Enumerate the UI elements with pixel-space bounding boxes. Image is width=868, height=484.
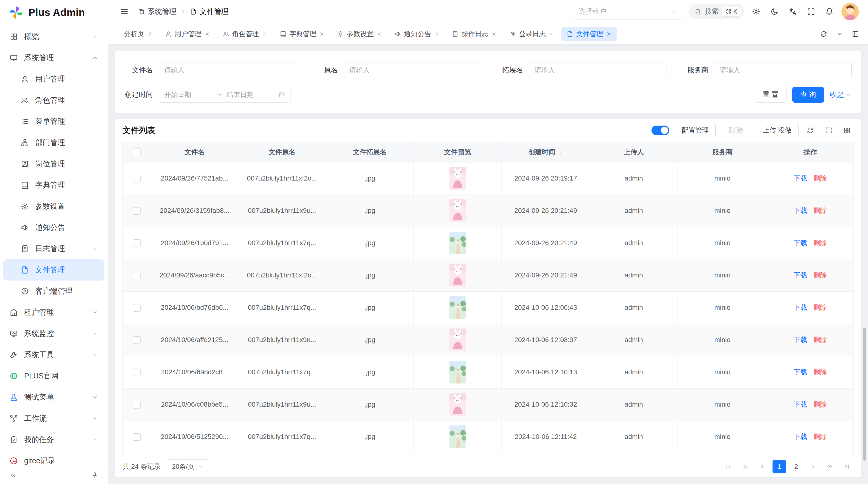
download-link[interactable]: 下载 xyxy=(794,271,807,279)
column-settings-button[interactable] xyxy=(840,124,854,137)
close-icon[interactable] xyxy=(319,31,324,37)
tab-8[interactable]: 文件管理 xyxy=(561,27,617,41)
download-link[interactable]: 下载 xyxy=(794,174,807,182)
page-number-1[interactable]: 1 xyxy=(773,460,786,474)
select-all-checkbox[interactable] xyxy=(133,149,141,156)
row-checkbox[interactable] xyxy=(133,433,141,441)
sidebar-item-8[interactable]: 参数设置 xyxy=(3,196,104,217)
file-preview-thumbnail[interactable] xyxy=(449,264,466,287)
row-checkbox[interactable] xyxy=(133,272,141,279)
prev-pages-button[interactable] xyxy=(739,460,752,474)
delete-link[interactable]: 删除 xyxy=(813,174,827,182)
sidebar-item-6[interactable]: 岗位管理 xyxy=(3,153,104,174)
sidebar-item-20[interactable]: gitee记录 xyxy=(3,450,104,466)
download-link[interactable]: 下载 xyxy=(794,239,807,247)
tab-7[interactable]: 登录日志 xyxy=(504,27,559,41)
download-link[interactable]: 下载 xyxy=(794,207,807,214)
date-range-picker[interactable]: 开始日期 结束日期 xyxy=(159,87,291,103)
sidebar-item-0[interactable]: 概览 xyxy=(3,26,104,47)
tab-1[interactable]: 用户管理 xyxy=(160,27,215,41)
row-checkbox[interactable] xyxy=(133,304,141,312)
toggle-switch[interactable] xyxy=(651,126,669,135)
sidebar-item-19[interactable]: 我的任务 xyxy=(3,429,104,450)
next-pages-button[interactable] xyxy=(823,460,837,474)
upload-button[interactable]: 上传 没做 xyxy=(756,123,799,138)
notifications-button[interactable] xyxy=(823,5,836,18)
tab-0[interactable]: 分析页 xyxy=(119,27,158,41)
breadcrumb-item-system[interactable]: 系统管理 xyxy=(138,7,177,17)
tenant-select[interactable]: 选择租户 xyxy=(572,4,683,20)
sidebar-item-9[interactable]: 通知公告 xyxy=(3,217,104,238)
breadcrumb-item-files[interactable]: 文件管理 xyxy=(190,7,228,17)
collapse-filters-link[interactable]: 收起 xyxy=(830,90,851,100)
refresh-table-button[interactable] xyxy=(804,124,817,137)
first-page-button[interactable] xyxy=(722,460,735,474)
config-management-button[interactable]: 配置管理 xyxy=(675,123,716,138)
settings-button[interactable] xyxy=(750,5,763,18)
global-search-button[interactable]: 搜索 ⌘ K xyxy=(689,4,744,19)
fullscreen-button[interactable] xyxy=(805,5,817,18)
toggle-sidebar-button[interactable] xyxy=(118,5,131,18)
sidebar-item-4[interactable]: 菜单管理 xyxy=(3,111,104,132)
dark-mode-button[interactable] xyxy=(768,5,781,18)
tab-options-button[interactable] xyxy=(834,28,845,40)
close-icon[interactable] xyxy=(491,31,497,37)
sidebar-item-2[interactable]: 用户管理 xyxy=(3,68,104,90)
download-link[interactable]: 下载 xyxy=(794,304,807,311)
layout-settings-button[interactable] xyxy=(850,28,861,40)
file-preview-thumbnail[interactable] xyxy=(449,232,466,254)
sidebar-item-18[interactable]: 工作流 xyxy=(3,408,104,429)
search-button[interactable]: 查 询 xyxy=(792,87,824,103)
file-preview-thumbnail[interactable] xyxy=(449,328,466,351)
sidebar-item-1[interactable]: 系统管理 xyxy=(3,47,104,68)
file-preview-thumbnail[interactable] xyxy=(449,425,466,448)
file-preview-thumbnail[interactable] xyxy=(449,167,466,190)
row-checkbox[interactable] xyxy=(133,239,141,247)
sidebar-item-16[interactable]: PLUS官网 xyxy=(3,365,104,387)
download-link[interactable]: 下载 xyxy=(794,433,807,440)
page-size-select[interactable]: 20条/页 xyxy=(167,459,209,474)
column-header-4[interactable]: 创建时间 xyxy=(501,142,590,162)
row-checkbox[interactable] xyxy=(133,207,141,215)
file-preview-thumbnail[interactable] xyxy=(449,393,466,416)
pin-sidebar-button[interactable] xyxy=(89,470,100,481)
last-page-button[interactable] xyxy=(840,460,854,474)
pin-icon[interactable] xyxy=(147,31,152,37)
language-button[interactable] xyxy=(786,5,799,18)
scrollbar-thumb[interactable] xyxy=(863,328,866,461)
collapse-sidebar-button[interactable] xyxy=(7,470,19,481)
fullscreen-table-button[interactable] xyxy=(822,124,835,137)
delete-selected-button[interactable]: 删 除 xyxy=(721,123,750,138)
reset-button[interactable]: 重 置 xyxy=(755,87,786,103)
tab-4[interactable]: 参数设置 xyxy=(332,27,387,41)
delete-link[interactable]: 删除 xyxy=(813,304,827,311)
close-icon[interactable] xyxy=(205,31,210,37)
page-number-2[interactable]: 2 xyxy=(789,460,803,474)
download-link[interactable]: 下载 xyxy=(794,400,807,408)
delete-link[interactable]: 删除 xyxy=(813,239,827,247)
sidebar-item-14[interactable]: 系统监控 xyxy=(3,323,104,344)
row-checkbox[interactable] xyxy=(133,368,141,376)
filter-field-input-1[interactable] xyxy=(344,62,481,78)
sidebar-item-10[interactable]: 日志管理 xyxy=(3,238,104,259)
row-checkbox[interactable] xyxy=(133,401,141,409)
sidebar-item-12[interactable]: 客户端管理 xyxy=(3,281,104,302)
refresh-tab-button[interactable] xyxy=(818,28,830,40)
tab-5[interactable]: 通知公告 xyxy=(389,27,444,41)
file-preview-thumbnail[interactable] xyxy=(449,361,466,384)
delete-link[interactable]: 删除 xyxy=(813,433,827,440)
sidebar-item-17[interactable]: 测试菜单 xyxy=(3,387,104,408)
delete-link[interactable]: 删除 xyxy=(813,400,827,408)
close-icon[interactable] xyxy=(606,31,612,37)
app-logo[interactable]: Plus Admin xyxy=(0,0,108,25)
delete-link[interactable]: 删除 xyxy=(813,207,827,214)
sidebar-item-5[interactable]: 部门管理 xyxy=(3,132,104,153)
tab-3[interactable]: 字典管理 xyxy=(274,27,330,41)
tab-6[interactable]: 操作日志 xyxy=(446,27,502,41)
close-icon[interactable] xyxy=(549,31,554,37)
filter-field-input-0[interactable] xyxy=(159,62,296,78)
file-preview-thumbnail[interactable] xyxy=(449,199,466,222)
user-avatar[interactable] xyxy=(841,3,859,20)
next-page-button[interactable] xyxy=(806,460,820,474)
delete-link[interactable]: 删除 xyxy=(813,271,827,279)
